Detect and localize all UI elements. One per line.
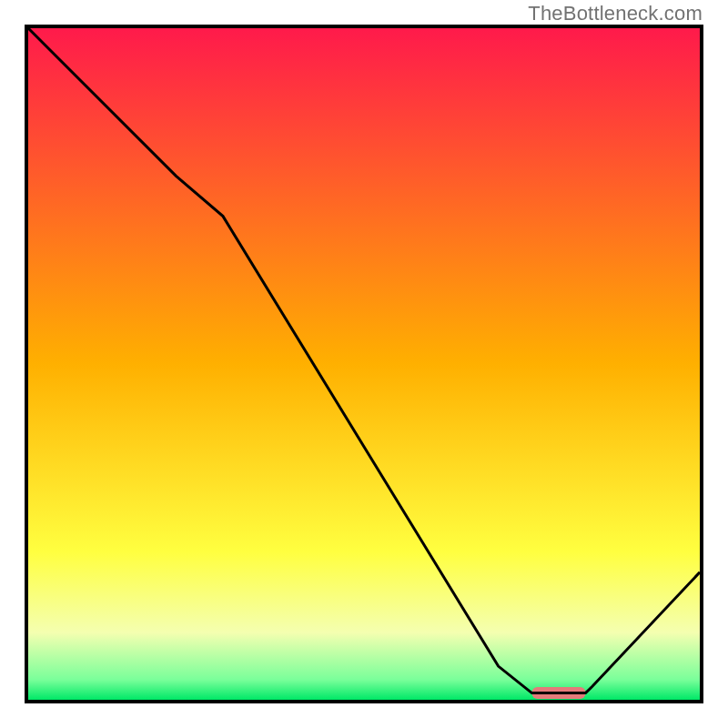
chart-plot-area	[28, 28, 700, 700]
watermark-text: TheBottleneck.com	[528, 2, 703, 25]
chart-svg	[28, 28, 700, 700]
